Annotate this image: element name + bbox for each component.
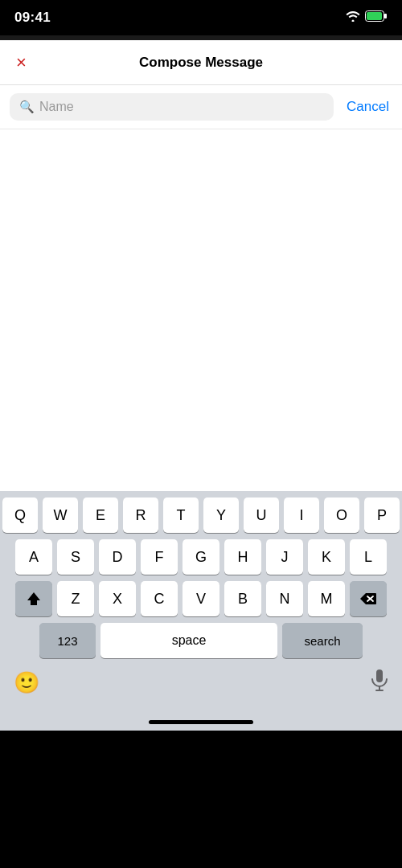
- microphone-button[interactable]: [371, 669, 388, 696]
- key-q[interactable]: Q: [2, 497, 38, 533]
- emoji-button[interactable]: 🙂: [14, 672, 39, 693]
- keyboard-row-3: Z X C V B N M: [2, 581, 400, 616]
- key-s[interactable]: S: [57, 539, 94, 575]
- shift-key[interactable]: [15, 581, 52, 616]
- search-icon: 🔍: [19, 100, 35, 114]
- home-indicator: [0, 703, 402, 731]
- key-space[interactable]: space: [100, 623, 277, 658]
- key-t[interactable]: T: [163, 497, 199, 533]
- keyboard: Q W E R T Y U I O P A S D F G H J K L Z …: [0, 491, 402, 703]
- svg-rect-6: [376, 669, 383, 682]
- key-l[interactable]: L: [350, 539, 387, 575]
- search-input-wrap: 🔍: [10, 93, 334, 121]
- nav-title: Compose Message: [139, 55, 263, 71]
- cancel-button[interactable]: Cancel: [340, 96, 392, 118]
- svg-marker-3: [27, 592, 40, 605]
- status-bar: 09:41: [0, 0, 402, 35]
- status-icons: [346, 10, 388, 25]
- key-h[interactable]: H: [224, 539, 261, 575]
- key-b[interactable]: B: [224, 581, 261, 616]
- content-area: [0, 129, 402, 491]
- key-m[interactable]: M: [308, 581, 345, 616]
- keyboard-row-1: Q W E R T Y U I O P: [2, 497, 400, 533]
- search-bar-row: 🔍 Cancel: [0, 85, 402, 129]
- key-r[interactable]: R: [123, 497, 158, 533]
- svg-rect-2: [367, 12, 382, 20]
- name-search-input[interactable]: [39, 100, 324, 114]
- keyboard-bottom-row: 🙂: [2, 665, 400, 700]
- key-z[interactable]: Z: [57, 581, 94, 616]
- key-n[interactable]: N: [266, 581, 303, 616]
- key-o[interactable]: O: [324, 497, 359, 533]
- keyboard-row-2: A S D F G H J K L: [2, 539, 400, 575]
- delete-key[interactable]: [350, 581, 387, 616]
- wifi-icon: [346, 10, 360, 25]
- key-k[interactable]: K: [308, 539, 345, 575]
- key-d[interactable]: D: [99, 539, 136, 575]
- key-123[interactable]: 123: [39, 623, 96, 658]
- key-u[interactable]: U: [244, 497, 279, 533]
- key-y[interactable]: Y: [203, 497, 239, 533]
- battery-icon: [365, 10, 388, 25]
- key-p[interactable]: P: [364, 497, 400, 533]
- key-g[interactable]: G: [183, 539, 219, 575]
- key-e[interactable]: E: [83, 497, 118, 533]
- close-button[interactable]: ×: [13, 51, 30, 75]
- key-f[interactable]: F: [141, 539, 178, 575]
- keyboard-row-4: 123 space search: [2, 623, 400, 658]
- svg-rect-1: [384, 14, 387, 18]
- key-j[interactable]: J: [266, 539, 303, 575]
- nav-bar: × Compose Message: [0, 40, 402, 85]
- key-i[interactable]: I: [284, 497, 319, 533]
- home-bar: [149, 720, 253, 724]
- key-c[interactable]: C: [141, 581, 178, 616]
- key-v[interactable]: V: [183, 581, 219, 616]
- key-search[interactable]: search: [282, 623, 363, 658]
- key-a[interactable]: A: [15, 539, 52, 575]
- status-time: 09:41: [14, 10, 51, 26]
- key-x[interactable]: X: [99, 581, 136, 616]
- key-w[interactable]: W: [43, 497, 78, 533]
